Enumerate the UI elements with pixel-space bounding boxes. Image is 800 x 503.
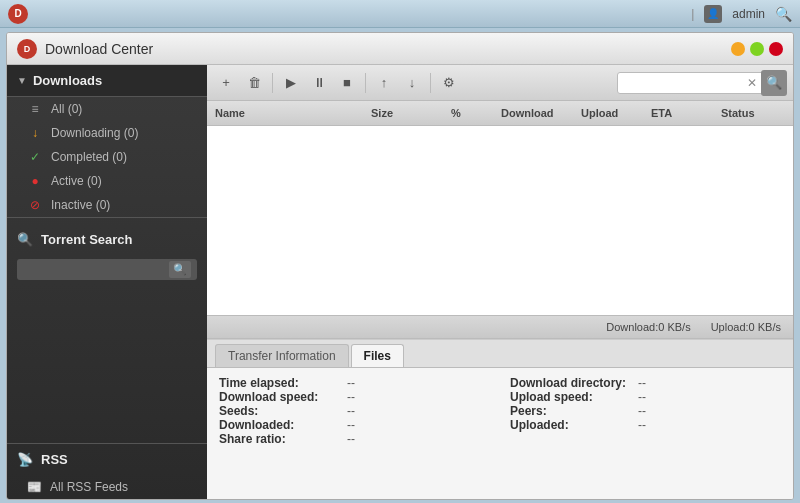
downloading-icon: ↓: [27, 126, 43, 140]
resume-button[interactable]: ▶: [278, 70, 304, 96]
download-speed-value: --: [347, 390, 355, 404]
toolbar-separator-3: [430, 73, 431, 93]
seeds-value: --: [347, 404, 355, 418]
downloads-section-label: Downloads: [33, 73, 102, 88]
minimize-button[interactable]: [731, 42, 745, 56]
top-bar-right: | 👤 admin 🔍: [691, 5, 792, 23]
torrent-search-label: Torrent Search: [41, 232, 133, 247]
sidebar-item-inactive[interactable]: ⊘ Inactive (0): [7, 193, 207, 217]
header-download: Download: [493, 105, 573, 121]
stop-button[interactable]: ■: [334, 70, 360, 96]
search-section-icon: 🔍: [17, 232, 33, 247]
sidebar-item-active[interactable]: ● Active (0): [7, 169, 207, 193]
header-upload: Upload: [573, 105, 643, 121]
separator: |: [691, 7, 694, 21]
pause-button[interactable]: ⏸: [306, 70, 332, 96]
main-content: + 🗑 ▶ ⏸ ■ ↑ ↓ ⚙ ✕ 🔍: [207, 65, 793, 499]
time-elapsed-value: --: [347, 376, 355, 390]
rss-icon: 📰: [27, 480, 42, 494]
upload-value: 0 KB/s: [749, 321, 781, 333]
move-up-button[interactable]: ↑: [371, 70, 397, 96]
settings-button[interactable]: ⚙: [436, 70, 462, 96]
time-elapsed-label: Time elapsed:: [219, 376, 339, 390]
bottom-info: Time elapsed: -- Download speed: -- Seed…: [207, 368, 793, 499]
info-row-download-speed: Download speed: --: [219, 390, 490, 404]
download-dir-value: --: [638, 376, 646, 390]
window-controls: [731, 42, 783, 56]
maximize-button[interactable]: [750, 42, 764, 56]
uploaded-label: Uploaded:: [510, 418, 630, 432]
tab-transfer-info[interactable]: Transfer Information: [215, 344, 349, 367]
header-eta: ETA: [643, 105, 713, 121]
seeds-label: Seeds:: [219, 404, 339, 418]
user-icon: 👤: [704, 5, 722, 23]
header-size: Size: [363, 105, 443, 121]
upload-speed-value: --: [638, 390, 646, 404]
inactive-icon: ⊘: [27, 198, 43, 212]
rss-section-label: RSS: [41, 452, 68, 467]
content-area: ▼ Downloads ≡ All (0) ↓ Downloading (0) …: [7, 65, 793, 499]
downloads-table: Name Size % Download Upload ETA Status: [207, 101, 793, 315]
downloaded-value: --: [347, 418, 355, 432]
upload-speed-label: Upload speed:: [510, 390, 630, 404]
uploaded-value: --: [638, 418, 646, 432]
status-bar: Download:0 KB/s Upload:0 KB/s: [207, 315, 793, 339]
sidebar-item-downloading-label: Downloading (0): [51, 126, 138, 140]
downloads-section-header[interactable]: ▼ Downloads: [7, 65, 207, 97]
sidebar-item-downloading[interactable]: ↓ Downloading (0): [7, 121, 207, 145]
info-row-share-ratio: Share ratio: --: [219, 432, 490, 446]
sidebar-item-active-label: Active (0): [51, 174, 102, 188]
app-icon-top: D: [8, 4, 28, 24]
torrent-search-header: 🔍 Torrent Search: [17, 226, 197, 253]
download-dir-label: Download directory:: [510, 376, 630, 390]
main-window: D Download Center ▼ Downloads ≡ All (0) …: [6, 32, 794, 500]
peers-label: Peers:: [510, 404, 630, 418]
downloads-arrow-icon: ▼: [17, 75, 27, 86]
active-icon: ●: [27, 174, 43, 188]
info-row-seeds: Seeds: --: [219, 404, 490, 418]
all-icon: ≡: [27, 102, 43, 116]
table-header: Name Size % Download Upload ETA Status: [207, 101, 793, 126]
info-row-upload-speed: Upload speed: --: [510, 390, 781, 404]
sidebar-item-all[interactable]: ≡ All (0): [7, 97, 207, 121]
upload-label: Upload:: [711, 321, 749, 333]
torrent-search-input[interactable]: [23, 264, 169, 276]
info-row-download-dir: Download directory: --: [510, 376, 781, 390]
info-row-peers: Peers: --: [510, 404, 781, 418]
sidebar-item-inactive-label: Inactive (0): [51, 198, 110, 212]
toolbar-search-input[interactable]: [617, 72, 767, 94]
sidebar-item-completed[interactable]: ✓ Completed (0): [7, 145, 207, 169]
share-ratio-label: Share ratio:: [219, 432, 339, 446]
header-name: Name: [207, 105, 363, 121]
info-row-uploaded: Uploaded: --: [510, 418, 781, 432]
download-speed-label: Download speed:: [219, 390, 339, 404]
window-title: Download Center: [45, 41, 723, 57]
toolbar-search-clear-button[interactable]: ✕: [747, 76, 757, 90]
top-bar: D | 👤 admin 🔍: [0, 0, 800, 28]
info-row-downloaded: Downloaded: --: [219, 418, 490, 432]
sidebar-item-all-rss[interactable]: 📰 All RSS Feeds: [7, 475, 207, 499]
info-right-column: Download directory: -- Upload speed: -- …: [510, 376, 781, 491]
delete-button[interactable]: 🗑: [241, 70, 267, 96]
header-status: Status: [713, 105, 793, 121]
torrent-search-section: 🔍 Torrent Search 🔍: [7, 217, 207, 288]
sidebar: ▼ Downloads ≡ All (0) ↓ Downloading (0) …: [7, 65, 207, 499]
move-down-button[interactable]: ↓: [399, 70, 425, 96]
toolbar-search: ✕ 🔍: [617, 70, 787, 96]
toolbar-search-go-button[interactable]: 🔍: [761, 70, 787, 96]
search-icon-top[interactable]: 🔍: [775, 6, 792, 22]
add-button[interactable]: +: [213, 70, 239, 96]
header-percent: %: [443, 105, 493, 121]
close-button[interactable]: [769, 42, 783, 56]
peers-value: --: [638, 404, 646, 418]
username-label: admin: [732, 7, 765, 21]
rss-section-header[interactable]: 📡 RSS: [7, 444, 207, 475]
torrent-search-input-container: 🔍: [17, 259, 197, 280]
sidebar-item-completed-label: Completed (0): [51, 150, 127, 164]
torrent-search-go-button[interactable]: 🔍: [169, 261, 191, 278]
tab-files[interactable]: Files: [351, 344, 404, 367]
bottom-tabs: Transfer Information Files: [207, 340, 793, 368]
toolbar-separator-2: [365, 73, 366, 93]
toolbar: + 🗑 ▶ ⏸ ■ ↑ ↓ ⚙ ✕ 🔍: [207, 65, 793, 101]
download-status: Download:0 KB/s: [606, 321, 690, 333]
